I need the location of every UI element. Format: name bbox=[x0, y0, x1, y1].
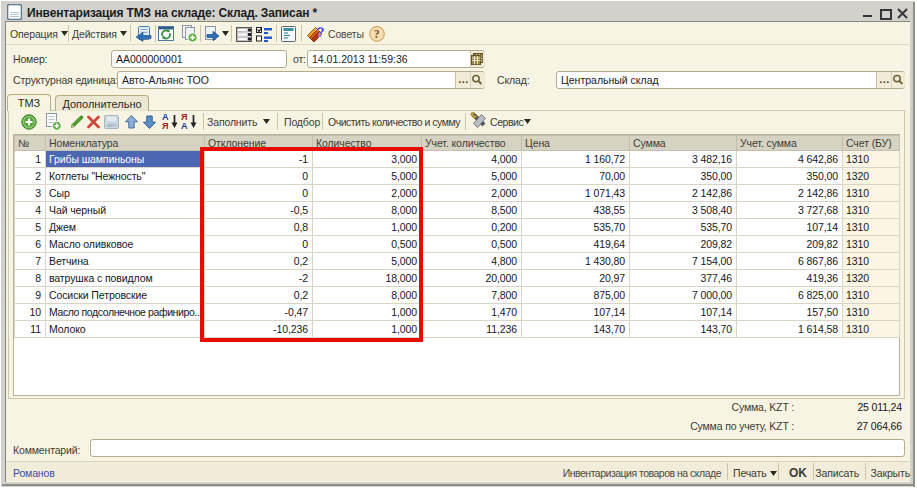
svg-text:?: ? bbox=[316, 25, 325, 40]
svg-text:Я: Я bbox=[162, 121, 168, 130]
svg-text:?: ? bbox=[374, 27, 380, 41]
svg-text:ок: ок bbox=[108, 124, 112, 128]
svg-text:А: А bbox=[181, 121, 188, 130]
